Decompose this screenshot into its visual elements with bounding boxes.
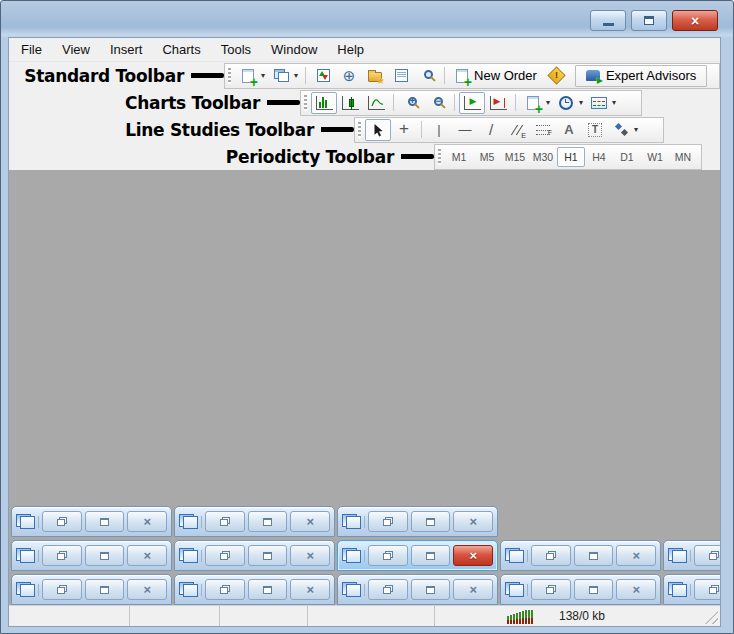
- maximize-button[interactable]: [85, 545, 125, 566]
- crosshair-button[interactable]: +: [391, 119, 417, 141]
- maximize-button[interactable]: [248, 545, 288, 566]
- menu-item[interactable]: Help: [327, 39, 374, 60]
- resize-grip[interactable]: [705, 611, 718, 624]
- periodicity-button[interactable]: M30: [529, 147, 557, 167]
- restore-button[interactable]: [42, 511, 82, 532]
- terminal-button[interactable]: [388, 65, 414, 87]
- title-bar[interactable]: ×: [1, 1, 733, 37]
- restore-button[interactable]: [368, 511, 408, 532]
- maximize-button[interactable]: [411, 545, 451, 566]
- restore-button[interactable]: [531, 579, 571, 600]
- expert-advisors-button[interactable]: Expert Advisors: [575, 65, 707, 87]
- close-button[interactable]: ×: [290, 579, 330, 600]
- zoom-in-button[interactable]: +: [398, 92, 424, 114]
- restore-button[interactable]: [205, 579, 245, 600]
- periodicity-button[interactable]: MN: [669, 147, 697, 167]
- periodicity-button[interactable]: M1: [445, 147, 473, 167]
- restore-window-button[interactable]: [631, 10, 667, 31]
- bar-chart-button[interactable]: [311, 92, 337, 114]
- minimized-chart-window[interactable]: ×: [174, 574, 335, 605]
- close-button[interactable]: ×: [127, 545, 167, 566]
- candlestick-chart-button[interactable]: [337, 92, 363, 114]
- toolbar-grip[interactable]: [358, 122, 361, 138]
- restore-button[interactable]: [694, 545, 720, 566]
- minimized-chart-window[interactable]: ×: [174, 506, 335, 537]
- new-order-button[interactable]: + New Order: [449, 65, 544, 87]
- horizontal-line-button[interactable]: —: [452, 119, 478, 141]
- minimized-chart-window[interactable]: ×: [11, 506, 172, 537]
- minimized-chart-window[interactable]: ×: [337, 540, 498, 571]
- periodicity-button[interactable]: D1: [613, 147, 641, 167]
- profiles-dropdown-icon[interactable]: ▾: [294, 72, 298, 80]
- minimized-chart-window[interactable]: ×: [663, 540, 720, 571]
- periodicity-button[interactable]: M15: [501, 147, 529, 167]
- line-chart-button[interactable]: [363, 92, 389, 114]
- minimized-chart-window[interactable]: ×: [337, 506, 498, 537]
- market-watch-button[interactable]: [310, 65, 336, 87]
- periodicity-button[interactable]: H1: [557, 147, 585, 167]
- minimized-chart-window[interactable]: ×: [500, 540, 661, 571]
- minimized-chart-window[interactable]: ×: [11, 540, 172, 571]
- data-window-button[interactable]: ⊕: [336, 65, 362, 87]
- maximize-button[interactable]: [574, 579, 614, 600]
- arrow-tools-button[interactable]: [608, 119, 634, 141]
- minimized-chart-window[interactable]: ×: [11, 574, 172, 605]
- menu-item[interactable]: File: [11, 39, 52, 60]
- alert-button[interactable]: !: [544, 65, 570, 87]
- maximize-button[interactable]: [248, 579, 288, 600]
- menu-item[interactable]: Window: [261, 39, 327, 60]
- close-button[interactable]: ×: [290, 511, 330, 532]
- maximize-button[interactable]: [411, 511, 451, 532]
- periods-button[interactable]: [553, 92, 579, 114]
- toolbar-grip[interactable]: [304, 95, 307, 111]
- arrow-tools-dropdown-icon[interactable]: ▾: [634, 126, 638, 134]
- minimize-window-button[interactable]: [590, 10, 626, 31]
- text-button[interactable]: A: [556, 119, 582, 141]
- fibonacci-button[interactable]: F: [530, 119, 556, 141]
- restore-button[interactable]: [42, 579, 82, 600]
- periodicity-button[interactable]: W1: [641, 147, 669, 167]
- restore-button[interactable]: [531, 545, 571, 566]
- new-chart-dropdown-icon[interactable]: ▾: [261, 72, 265, 80]
- close-button[interactable]: ×: [127, 511, 167, 532]
- restore-button[interactable]: [368, 579, 408, 600]
- indicators-dropdown-icon[interactable]: ▾: [546, 99, 550, 107]
- restore-button[interactable]: [205, 545, 245, 566]
- maximize-button[interactable]: [85, 579, 125, 600]
- close-button[interactable]: ×: [616, 545, 656, 566]
- close-button[interactable]: ×: [453, 579, 493, 600]
- menu-item[interactable]: Charts: [152, 39, 210, 60]
- close-window-button[interactable]: ×: [672, 10, 718, 31]
- close-button[interactable]: ×: [616, 579, 656, 600]
- periodicity-button[interactable]: H4: [585, 147, 613, 167]
- toolbar-grip[interactable]: [228, 68, 231, 84]
- close-button[interactable]: ×: [453, 511, 493, 532]
- navigator-button[interactable]: ★: [362, 65, 388, 87]
- menu-item[interactable]: View: [52, 39, 100, 60]
- text-label-button[interactable]: T: [582, 119, 608, 141]
- periodicity-button[interactable]: M5: [473, 147, 501, 167]
- vertical-line-button[interactable]: |: [426, 119, 452, 141]
- maximize-button[interactable]: [85, 511, 125, 532]
- profiles-button[interactable]: [268, 65, 294, 87]
- indicators-button[interactable]: +: [520, 92, 546, 114]
- zoom-out-button[interactable]: −: [424, 92, 450, 114]
- menu-item[interactable]: Tools: [211, 39, 261, 60]
- strategy-tester-button[interactable]: [414, 65, 440, 87]
- periods-dropdown-icon[interactable]: ▾: [579, 99, 583, 107]
- auto-scroll-button[interactable]: ▶: [459, 92, 485, 114]
- maximize-button[interactable]: [574, 545, 614, 566]
- close-button[interactable]: ×: [127, 579, 167, 600]
- toolbar-grip[interactable]: [438, 149, 441, 165]
- minimized-chart-window[interactable]: ×: [500, 574, 661, 605]
- close-button[interactable]: ×: [290, 545, 330, 566]
- equidistant-channel-button[interactable]: E: [504, 119, 530, 141]
- menu-item[interactable]: Insert: [100, 39, 153, 60]
- restore-button[interactable]: [694, 579, 720, 600]
- templates-dropdown-icon[interactable]: ▾: [612, 99, 616, 107]
- templates-button[interactable]: [586, 92, 612, 114]
- maximize-button[interactable]: [411, 579, 451, 600]
- minimized-chart-window[interactable]: ×: [663, 574, 720, 605]
- minimized-chart-window[interactable]: ×: [337, 574, 498, 605]
- new-chart-button[interactable]: +: [235, 65, 261, 87]
